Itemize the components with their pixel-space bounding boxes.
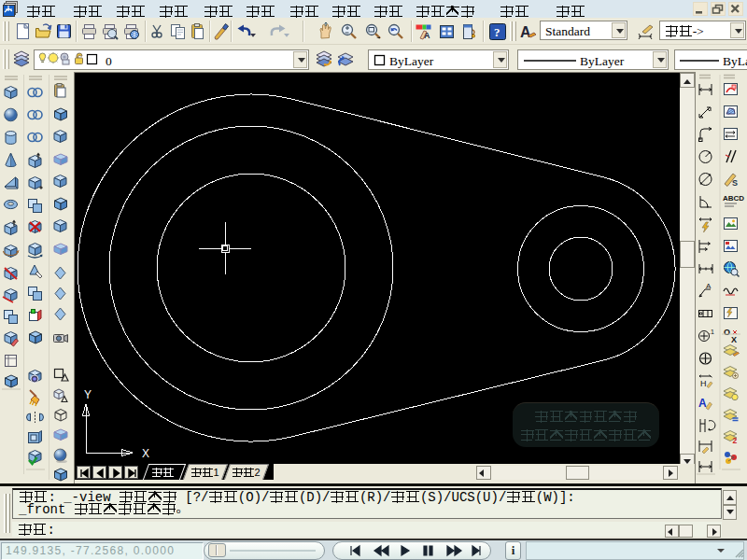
svg-text:Y: Y — [84, 388, 92, 401]
svg-text:2: 2 — [733, 436, 738, 445]
svg-text:X: X — [731, 335, 737, 344]
svg-text:A: A — [520, 24, 531, 40]
svg-text:X: X — [142, 447, 149, 460]
svg-text:A: A — [706, 282, 712, 290]
svg-text:?: ? — [494, 25, 500, 39]
svg-text:ABCD: ABCD — [723, 194, 744, 203]
svg-text:A: A — [698, 397, 707, 410]
svg-text:S: S — [732, 178, 738, 188]
svg-text:.1: .1 — [709, 329, 714, 335]
svg-text:H: H — [700, 379, 707, 388]
svg-text:O: O — [724, 328, 730, 337]
svg-text:A: A — [424, 31, 430, 40]
